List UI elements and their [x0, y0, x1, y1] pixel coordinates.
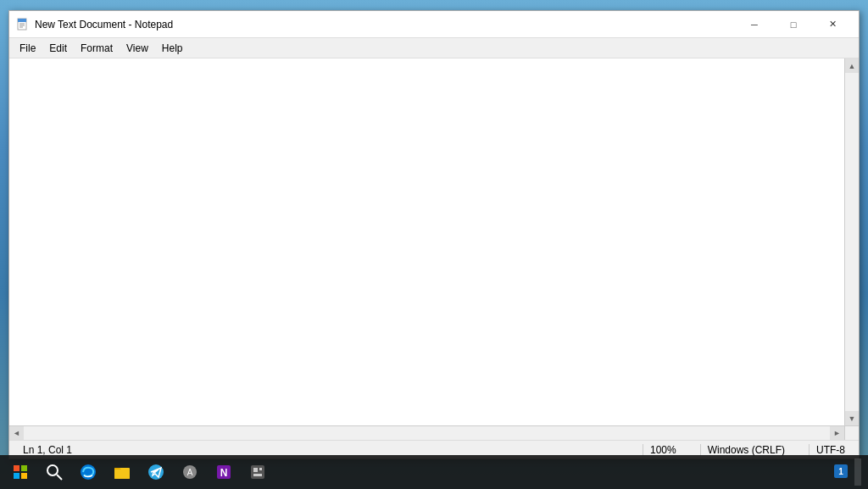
scrollbar-corner	[844, 425, 859, 440]
svg-rect-6	[21, 465, 27, 471]
svg-rect-1	[18, 19, 26, 22]
editor-container[interactable]: ▲ ▼ ◄ ►	[9, 58, 859, 440]
taskbar: A N 1	[0, 455, 868, 489]
svg-rect-20	[253, 468, 258, 472]
start-button[interactable]	[3, 457, 37, 487]
window-controls: ─ □ ✕	[735, 11, 852, 38]
svg-rect-22	[253, 474, 262, 476]
svg-rect-13	[114, 470, 130, 479]
svg-rect-8	[21, 473, 27, 479]
scrollbar-horizontal[interactable]: ◄ ►	[9, 425, 844, 440]
svg-point-9	[47, 465, 58, 475]
taskbar-telegram[interactable]	[139, 457, 173, 487]
status-zoom: 100%	[643, 444, 683, 456]
menu-help[interactable]: Help	[155, 41, 190, 56]
scrollbar-down-arrow[interactable]: ▼	[845, 411, 859, 425]
status-position: Ln 1, Col 1	[16, 444, 79, 456]
svg-line-10	[57, 475, 62, 480]
show-desktop[interactable]	[854, 458, 861, 486]
minimize-button[interactable]: ─	[735, 11, 774, 38]
svg-text:A: A	[187, 468, 193, 477]
menu-view[interactable]: View	[120, 41, 155, 56]
window-icon	[16, 18, 30, 31]
svg-text:1: 1	[838, 467, 843, 476]
editor-textarea[interactable]	[9, 58, 859, 440]
svg-rect-21	[259, 468, 262, 470]
taskbar-file-explorer[interactable]	[105, 457, 139, 487]
tray-time[interactable]: 1	[831, 463, 851, 481]
taskbar-app2[interactable]	[241, 457, 275, 487]
taskbar-onenote[interactable]: N	[207, 457, 241, 487]
scrollbar-right-arrow[interactable]: ►	[830, 426, 844, 440]
notepad-window: New Text Document - Notepad ─ □ ✕ File E…	[8, 10, 860, 459]
taskbar-search[interactable]	[37, 457, 71, 487]
scrollbar-vertical[interactable]: ▲ ▼	[844, 58, 859, 425]
scrollbar-left-arrow[interactable]: ◄	[9, 426, 24, 440]
svg-text:N: N	[220, 467, 228, 479]
status-line-ending: Windows (CRLF)	[700, 444, 792, 456]
menu-format[interactable]: Format	[74, 41, 120, 56]
scrollbar-track-v[interactable]	[845, 73, 859, 425]
taskbar-edge[interactable]	[71, 457, 105, 487]
taskbar-app1[interactable]: A	[173, 457, 207, 487]
window-title: New Text Document - Notepad	[35, 19, 735, 31]
title-bar: New Text Document - Notepad ─ □ ✕	[9, 11, 859, 38]
scrollbar-up-arrow[interactable]: ▲	[845, 58, 859, 73]
svg-rect-7	[14, 473, 19, 479]
system-tray: 1	[827, 458, 865, 486]
close-button[interactable]: ✕	[813, 11, 852, 38]
menu-bar: File Edit Format View Help	[9, 38, 859, 58]
maximize-button[interactable]: □	[774, 11, 813, 38]
svg-rect-5	[14, 465, 19, 471]
status-encoding: UTF-8	[809, 444, 852, 456]
menu-edit[interactable]: Edit	[42, 41, 74, 56]
menu-file[interactable]: File	[13, 41, 42, 56]
